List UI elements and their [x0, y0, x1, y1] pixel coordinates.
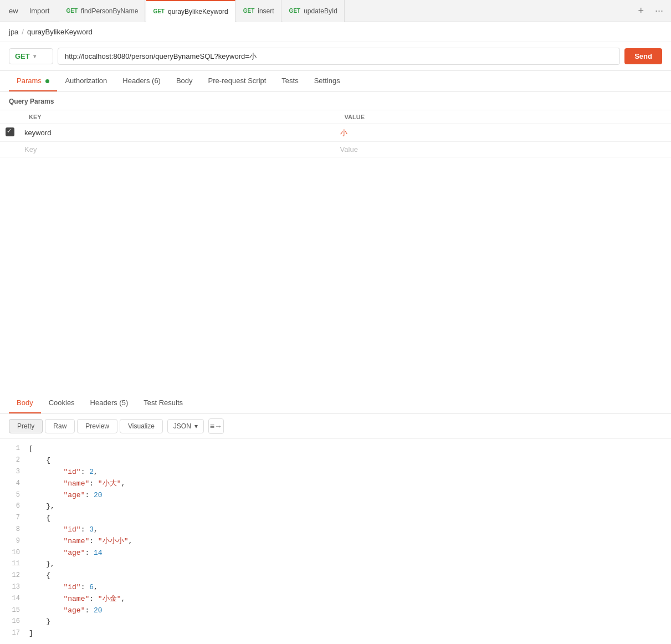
send-button[interactable]: Send [624, 48, 662, 64]
url-input[interactable] [58, 48, 620, 65]
line-code: }, [29, 559, 55, 570]
line-number: 10 [9, 548, 20, 559]
url-bar: GET ▾ Send [0, 42, 671, 71]
method-select[interactable]: GET ▾ [9, 48, 53, 64]
format-type-select[interactable]: JSON ▾ [167, 419, 204, 433]
resp-tab-test-results-label: Test Results [144, 398, 183, 407]
param-checkbox[interactable] [6, 127, 14, 136]
format-raw-button[interactable]: Raw [45, 419, 75, 433]
code-line: 7 { [9, 513, 662, 524]
code-line: 13 "id": 6, [9, 582, 662, 594]
param-value: 小 [336, 124, 671, 142]
request-tabs: Params Authorization Headers (6) Body Pr… [0, 71, 671, 92]
wrap-lines-button[interactable]: ≡→ [208, 418, 224, 434]
key-col-header: KEY [20, 110, 336, 124]
format-bar: Pretty Raw Preview Visualize JSON ▾ ≡→ [0, 414, 671, 439]
breadcrumb-parent[interactable]: jpa [9, 28, 18, 36]
breadcrumb: jpa / qurayBylikeKeyword [0, 22, 671, 42]
params-table: KEY VALUE keyword小KeyValue [0, 110, 671, 157]
line-code: "id": 3, [29, 524, 98, 536]
format-preview-button[interactable]: Preview [77, 419, 117, 433]
breadcrumb-sep: / [22, 28, 24, 36]
resp-tab-cookies[interactable]: Cookies [41, 393, 83, 413]
new-button[interactable]: ew [4, 4, 23, 17]
line-number: 1 [9, 443, 20, 455]
code-line: 4 "name": "小大", [9, 478, 662, 490]
table-row: KeyValue [0, 142, 671, 157]
tab-method-badge: GET [153, 8, 165, 14]
line-code: { [29, 513, 50, 524]
tab-method-badge: GET [289, 8, 301, 14]
more-tabs-button[interactable]: ··· [652, 4, 667, 18]
resp-tab-body-label: Body [17, 398, 33, 407]
import-button[interactable]: Import [25, 4, 54, 17]
tab-method-badge: GET [66, 8, 78, 14]
code-line: 3 "id": 2, [9, 467, 662, 478]
line-number: 11 [9, 559, 20, 570]
req-tab-authorization[interactable]: Authorization [57, 71, 115, 91]
format-visualize-button[interactable]: Visualize [120, 419, 163, 433]
resp-tab-headers-label: Headers (5) [90, 398, 129, 407]
main-wrapper: jpa / qurayBylikeKeyword GET ▾ Send Para… [0, 22, 671, 644]
breadcrumb-current: qurayBylikeKeyword [27, 28, 93, 36]
param-value[interactable]: Value [336, 142, 671, 157]
resp-tab-body[interactable]: Body [9, 393, 41, 413]
tab-findPersonByName[interactable]: GET findPersonByName [59, 0, 145, 22]
tab-label: qurayBylikeKeyword [168, 8, 228, 16]
code-line: 10 "age": 14 [9, 548, 662, 559]
req-tab-params-label: Params [17, 76, 42, 85]
line-number: 16 [9, 616, 20, 628]
line-number: 2 [9, 455, 20, 467]
format-pretty-button[interactable]: Pretty [9, 419, 43, 433]
line-number: 14 [9, 594, 20, 605]
param-key[interactable]: Key [20, 142, 336, 157]
line-code: ] [29, 628, 33, 640]
add-tab-button[interactable]: + [634, 4, 647, 18]
value-col-header: VALUE [336, 110, 671, 124]
line-number: 9 [9, 536, 20, 548]
line-code: "name": "小金", [29, 594, 125, 605]
tab-updateById[interactable]: GET updateById [283, 0, 345, 22]
resp-tab-headers[interactable]: Headers (5) [83, 393, 136, 413]
response-tabs: Body Cookies Headers (5) Test Results [0, 393, 671, 414]
tab-method-badge: GET [243, 8, 255, 14]
resp-tab-test-results[interactable]: Test Results [136, 393, 191, 413]
line-code: "age": 20 [29, 490, 103, 502]
tab-qurayBylikeKeyword[interactable]: GET qurayBylikeKeyword [146, 0, 235, 22]
code-line: 6 }, [9, 501, 662, 513]
tab-label: updateById [304, 7, 337, 15]
code-line: 8 "id": 3, [9, 524, 662, 536]
resp-tab-cookies-label: Cookies [49, 398, 75, 407]
line-number: 6 [9, 501, 20, 513]
line-code: "name": "小小小", [29, 536, 132, 548]
req-tab-settings[interactable]: Settings [306, 71, 348, 91]
line-code: { [29, 570, 50, 582]
req-tab-tests[interactable]: Tests [274, 71, 306, 91]
code-line: 16 } [9, 616, 662, 628]
chevron-down-icon: ▾ [33, 53, 36, 59]
params-section: Query Params KEY VALUE keyword小KeyValue [0, 92, 671, 157]
code-line: 1[ [9, 443, 662, 455]
req-tab-body-label: Body [176, 76, 193, 85]
line-code: "id": 6, [29, 582, 98, 594]
req-tab-body[interactable]: Body [168, 71, 201, 91]
req-tab-headers[interactable]: Headers (6) [115, 71, 168, 91]
req-tab-prerequest[interactable]: Pre-request Script [201, 71, 274, 91]
line-number: 17 [9, 628, 20, 640]
line-number: 8 [9, 524, 20, 536]
tab-bar-left: ew Import [4, 4, 54, 17]
line-number: 3 [9, 467, 20, 478]
line-code: } [29, 616, 50, 628]
code-line: 14 "name": "小金", [9, 594, 662, 605]
line-number: 4 [9, 478, 20, 490]
code-line: 2 { [9, 455, 662, 467]
line-number: 5 [9, 490, 20, 502]
line-number: 12 [9, 570, 20, 582]
tab-insert[interactable]: GET insert [237, 0, 281, 22]
tab-label: insert [258, 7, 274, 15]
param-key: keyword [20, 124, 336, 142]
line-code: "name": "小大", [29, 478, 125, 490]
line-code: }, [29, 501, 55, 513]
method-label: GET [15, 52, 30, 60]
req-tab-params[interactable]: Params [9, 71, 57, 91]
